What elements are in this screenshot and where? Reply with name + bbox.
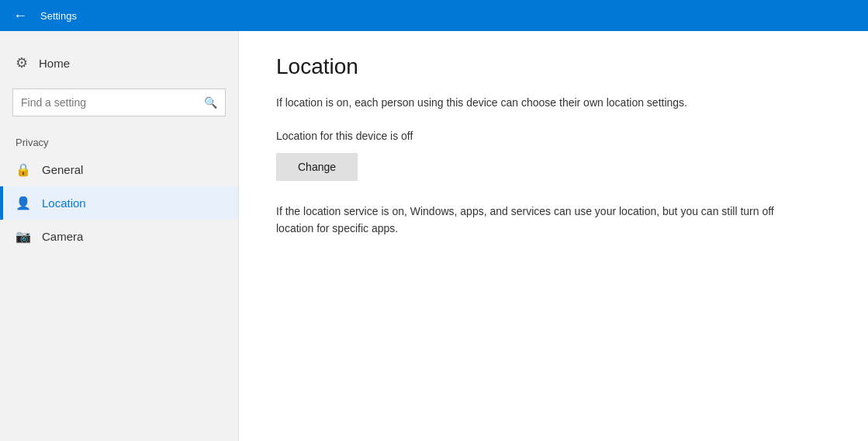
search-icon: 🔍 [204,96,217,109]
page-title: Location [276,54,831,79]
sidebar: ⚙ Home 🔍 Privacy 🔒 General 👤 Location 📷 … [0,31,239,441]
change-button[interactable]: Change [276,153,358,181]
camera-icon: 📷 [16,229,31,244]
sidebar-item-camera[interactable]: 📷 Camera [0,220,238,253]
sidebar-home-label: Home [39,57,70,70]
search-input[interactable] [21,96,198,109]
back-button[interactable]: ← [9,5,31,26]
main-layout: ⚙ Home 🔍 Privacy 🔒 General 👤 Location 📷 … [0,31,868,441]
footer-description: If the location service is on, Windows, … [276,203,804,238]
content-area: Location If location is on, each person … [239,31,868,441]
device-status: Location for this device is off [276,130,831,142]
sidebar-item-general[interactable]: 🔒 General [0,153,238,186]
content-description: If location is on, each person using thi… [276,95,804,111]
sidebar-item-label: General [42,163,83,176]
title-bar-title: Settings [40,10,77,22]
sidebar-search-box[interactable]: 🔍 [12,89,226,116]
gear-icon: ⚙ [16,54,28,71]
lock-icon: 🔒 [16,162,31,177]
title-bar: ← Settings [0,0,868,31]
sidebar-item-label: Camera [42,230,83,243]
sidebar-item-location[interactable]: 👤 Location [0,186,238,220]
sidebar-item-label: Location [42,196,86,210]
sidebar-item-home[interactable]: ⚙ Home [0,47,238,79]
sidebar-section-label: Privacy [0,126,238,153]
location-person-icon: 👤 [16,196,31,210]
